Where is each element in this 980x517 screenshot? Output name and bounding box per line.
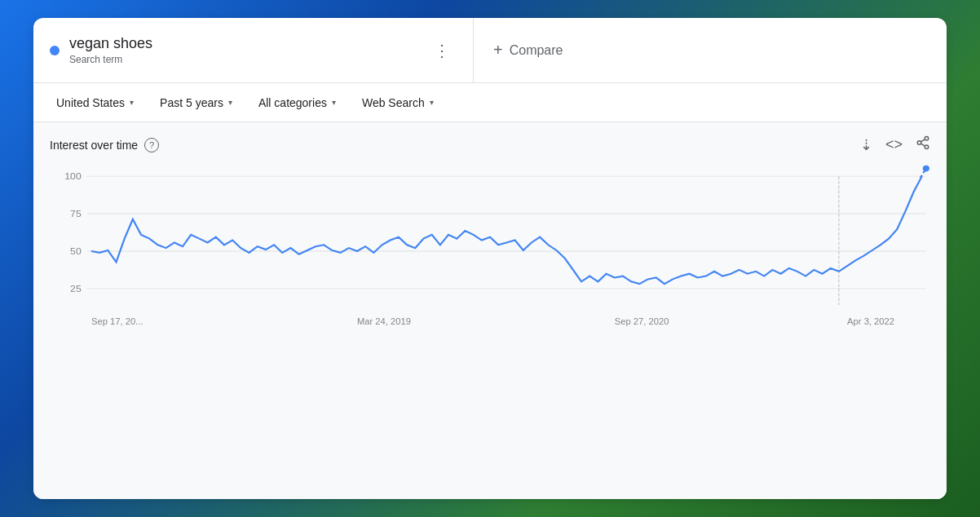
region-filter-button[interactable]: United States ▾	[46, 91, 143, 114]
search-term-text-group: vegan shoes Search term	[69, 35, 417, 65]
svg-line-3	[920, 144, 925, 146]
interest-over-time-chart: 100 75 50 25 Sep 17, 20... Mar 24, 2019 …	[50, 161, 930, 340]
search-row: vegan shoes Search term ⋮ + Compare	[33, 18, 947, 83]
svg-text:50: 50	[70, 245, 82, 257]
svg-line-4	[920, 139, 925, 142]
search-term-cell: vegan shoes Search term ⋮	[33, 18, 474, 82]
embed-icon[interactable]: <>	[885, 136, 903, 153]
svg-text:Mar 24, 2019: Mar 24, 2019	[357, 316, 411, 326]
share-icon[interactable]	[916, 135, 930, 154]
compare-cell[interactable]: + Compare	[474, 18, 947, 82]
svg-text:100: 100	[64, 170, 82, 182]
timeframe-filter-label: Past 5 years	[160, 96, 223, 109]
main-card: vegan shoes Search term ⋮ + Compare Unit…	[33, 18, 947, 499]
search-term-title: vegan shoes	[69, 35, 417, 52]
svg-point-1	[917, 141, 921, 145]
category-chevron-icon: ▾	[332, 98, 336, 107]
chart-title: Interest over time	[50, 139, 138, 152]
timeframe-chevron-icon: ▾	[228, 98, 232, 107]
chart-title-group: Interest over time ?	[50, 138, 159, 152]
search-type-filter-button[interactable]: Web Search ▾	[352, 91, 444, 114]
timeframe-filter-button[interactable]: Past 5 years ▾	[150, 91, 242, 114]
search-term-subtitle: Search term	[69, 54, 417, 65]
svg-text:Sep 17, 20...: Sep 17, 20...	[91, 316, 143, 326]
more-options-icon[interactable]: ⋮	[427, 38, 457, 64]
compare-plus-icon: +	[493, 41, 503, 60]
chart-actions: ⇣ <>	[860, 135, 930, 154]
search-term-color-dot	[50, 46, 60, 55]
svg-point-2	[925, 145, 929, 149]
download-icon[interactable]: ⇣	[860, 136, 872, 154]
category-filter-label: All categories	[258, 96, 327, 109]
region-filter-label: United States	[56, 96, 125, 109]
svg-text:Sep 27, 2020: Sep 27, 2020	[615, 316, 669, 326]
category-filter-button[interactable]: All categories ▾	[249, 91, 346, 114]
svg-text:75: 75	[70, 208, 82, 219]
svg-text:25: 25	[70, 283, 82, 294]
help-icon[interactable]: ?	[144, 138, 159, 152]
region-chevron-icon: ▾	[130, 98, 134, 107]
compare-label: Compare	[510, 43, 563, 58]
filter-row: United States ▾ Past 5 years ▾ All categ…	[33, 83, 947, 122]
search-type-chevron-icon: ▾	[430, 98, 434, 107]
svg-text:Apr 3, 2022: Apr 3, 2022	[847, 316, 894, 326]
chart-container: 100 75 50 25 Sep 17, 20... Mar 24, 2019 …	[50, 161, 930, 340]
search-type-filter-label: Web Search	[362, 96, 425, 109]
chart-section: Interest over time ? ⇣ <>	[33, 122, 947, 499]
chart-header: Interest over time ? ⇣ <>	[50, 135, 930, 154]
svg-point-0	[925, 137, 929, 141]
svg-point-14	[923, 166, 929, 172]
